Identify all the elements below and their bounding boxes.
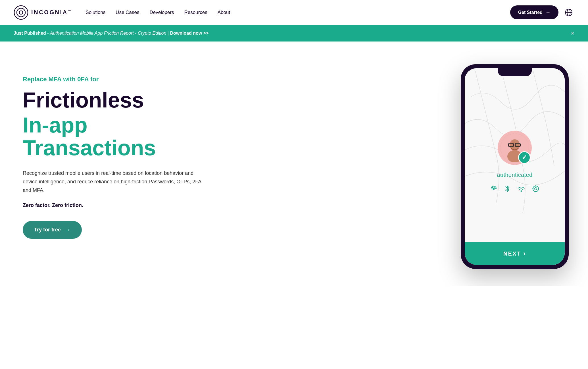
- svg-point-15: [521, 190, 522, 192]
- svg-point-2: [19, 11, 23, 14]
- avatar-container: ✓: [498, 131, 532, 165]
- banner-dash: -: [46, 31, 50, 36]
- hero-section: Replace MFA with 0FA for Frictionless In…: [0, 42, 588, 286]
- try-for-free-button[interactable]: Try for free →: [23, 221, 82, 239]
- hero-title-line2: In-app Transactions: [23, 114, 222, 159]
- phone-next-button[interactable]: NEXT ›: [465, 242, 565, 265]
- radio-signal-icon: [490, 185, 497, 194]
- phone-signal-icons: [490, 185, 539, 194]
- svg-point-14: [493, 188, 495, 190]
- banner-close-button[interactable]: ×: [571, 30, 574, 36]
- svg-point-17: [535, 188, 537, 190]
- banner-separator: |: [166, 31, 170, 36]
- phone-notch: [498, 68, 532, 76]
- nav-solutions[interactable]: Solutions: [86, 10, 105, 15]
- globe-icon: [565, 9, 573, 16]
- nav-links: Solutions Use Cases Developers Resources…: [86, 10, 230, 15]
- checkmark-icon: ✓: [518, 151, 531, 164]
- nav-use-cases[interactable]: Use Cases: [116, 10, 139, 15]
- language-selector-button[interactable]: [563, 7, 574, 18]
- wifi-icon: [517, 185, 525, 194]
- hero-tagline: Zero factor. Zero friction.: [23, 202, 222, 208]
- phone-mockup: ✓ authenticated: [455, 64, 574, 269]
- navbar-right: Get Started →: [510, 5, 574, 19]
- banner-content: Just Published - Authentication Mobile A…: [14, 31, 208, 36]
- location-target-icon: [532, 185, 539, 194]
- get-started-arrow-icon: →: [545, 9, 551, 15]
- hero-subtitle: Replace MFA with 0FA for: [23, 76, 222, 83]
- logo-text: INCOGNIA™: [31, 9, 72, 16]
- hero-content: Replace MFA with 0FA for Frictionless In…: [23, 64, 222, 239]
- svg-point-16: [533, 186, 539, 192]
- get-started-button[interactable]: Get Started →: [510, 5, 558, 19]
- banner-prefix: Just Published: [14, 31, 46, 36]
- phone-outer: ✓ authenticated: [461, 64, 569, 269]
- hero-title: Frictionless In-app Transactions: [23, 89, 222, 159]
- phone-content: ✓ authenticated: [465, 82, 565, 242]
- phone-screen: ✓ authenticated: [465, 68, 565, 265]
- try-free-arrow-icon: →: [65, 227, 70, 233]
- authenticated-label: authenticated: [497, 172, 532, 178]
- hero-title-line1: Frictionless: [23, 89, 222, 111]
- banner-italic-text: Authentication Mobile App Friction Repor…: [50, 31, 166, 36]
- announcement-banner: Just Published - Authentication Mobile A…: [0, 25, 588, 42]
- hero-description: Recognize trusted mobile users in real-t…: [23, 169, 205, 194]
- bluetooth-icon: [504, 185, 510, 194]
- banner-download-link[interactable]: Download now >>: [170, 31, 208, 36]
- navbar-left: INCOGNIA™ Solutions Use Cases Developers…: [14, 5, 230, 20]
- nav-developers[interactable]: Developers: [150, 10, 174, 15]
- svg-point-0: [14, 6, 28, 19]
- next-arrow-icon: ›: [524, 250, 526, 257]
- navbar: INCOGNIA™ Solutions Use Cases Developers…: [0, 0, 588, 25]
- nav-about[interactable]: About: [218, 10, 230, 15]
- logo[interactable]: INCOGNIA™: [14, 5, 72, 20]
- svg-point-1: [17, 8, 25, 17]
- nav-resources[interactable]: Resources: [184, 10, 207, 15]
- logo-icon: [14, 5, 28, 20]
